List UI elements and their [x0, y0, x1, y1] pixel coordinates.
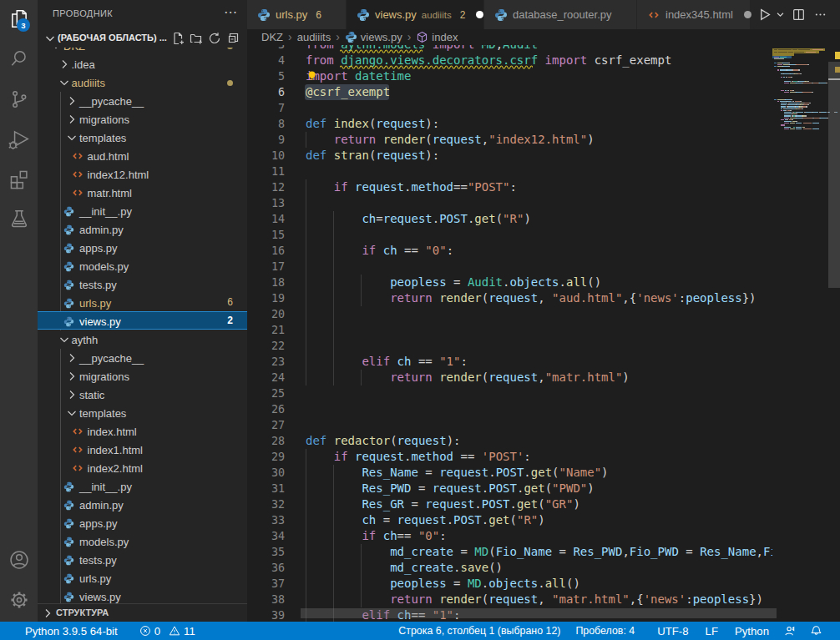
tree-item-label: templates	[79, 132, 126, 144]
tab-urls.py[interactable]: urls.py6	[247, 0, 347, 29]
tree-item-__pycache__[interactable]: __pycache__	[38, 349, 247, 367]
tree-item-audiiits[interactable]: audiiits	[38, 73, 247, 92]
tree-item-models.py[interactable]: models.py	[38, 532, 247, 551]
minimap-line	[798, 81, 804, 82]
tree-item-tests.py[interactable]: tests.py	[38, 551, 247, 569]
statusbar-indentation[interactable]: Пробелов: 4	[567, 625, 641, 637]
activity-explorer[interactable]: 3	[0, 0, 38, 38]
code-token: .	[433, 212, 439, 225]
tab-database_roouter.py[interactable]: database_roouter.py	[484, 0, 637, 29]
code-token: "PWD"	[552, 481, 587, 495]
code-token: ==	[460, 450, 474, 463]
bell-icon[interactable]	[803, 625, 822, 637]
html-file-icon	[71, 149, 84, 163]
tree-item-index1.html[interactable]: index1.html	[38, 441, 247, 459]
tree-item-index2.html[interactable]: index2.html	[38, 459, 247, 477]
run-dropdown-button[interactable]	[775, 5, 785, 23]
tree-item-templates[interactable]: templates	[38, 404, 247, 422]
tree-item-urls.py[interactable]: urls.py	[38, 569, 247, 587]
code-token	[326, 434, 333, 447]
statusbar-language-mode[interactable]: Python	[725, 625, 776, 637]
tab-views.py[interactable]: views.pyaudiiits2	[347, 0, 484, 29]
line-number: 38	[247, 592, 285, 607]
vertical-scrollbar-slider[interactable]	[828, 62, 840, 288]
minimap-line	[783, 77, 785, 78]
new-file-icon[interactable]	[171, 32, 185, 45]
html-angle-brackets	[71, 461, 84, 475]
statusbar-python-interpreter[interactable]: Python 3.9.5 64-bit	[18, 625, 124, 637]
breadcrumb-views.py[interactable]: views.py	[345, 31, 402, 43]
minimap-line	[774, 52, 777, 53]
more-actions-button[interactable]	[811, 5, 829, 23]
code-token	[433, 291, 439, 305]
tree-item-apps.py[interactable]: apps.py	[38, 514, 247, 532]
split-editor-button[interactable]	[789, 5, 807, 23]
tree-item-.idea[interactable]: .idea	[38, 55, 247, 73]
tree-item-__pycache__[interactable]: __pycache__	[38, 92, 247, 110]
statusbar-encoding[interactable]: UTF-8	[641, 625, 695, 637]
tree-item-models.py[interactable]: models.py	[38, 257, 247, 275]
tree-item-apps.py[interactable]: apps.py	[38, 239, 247, 257]
activity-search[interactable]	[0, 40, 38, 78]
code-token: stran	[334, 149, 369, 162]
statusbar-problems[interactable]: 0 11	[124, 625, 202, 637]
code-token: redactor	[334, 434, 390, 447]
tree-item-__init__.py[interactable]: __init__.py	[38, 477, 247, 496]
tree-item-migrations[interactable]: migrations	[38, 110, 247, 129]
views-and-more-actions-button[interactable]: ⋯	[220, 2, 241, 23]
tree-item-admin.py[interactable]: admin.py	[38, 220, 247, 239]
tree-item-index12.html[interactable]: index12.html	[38, 165, 247, 184]
activity-extensions[interactable]	[0, 160, 38, 199]
statusbar-cursor-position[interactable]: Строка 6, столбец 1 (выбрано 12)	[392, 625, 567, 637]
dirty-indicator-dot[interactable]	[476, 11, 483, 18]
minimap-line	[777, 64, 782, 65]
chevron-right-icon	[65, 113, 78, 126]
tree-item-views.py[interactable]: views.py2	[38, 311, 247, 330]
activity-run-and-debug[interactable]	[0, 120, 38, 159]
minimap-line	[806, 112, 812, 113]
tree-item-index.html[interactable]: index.html	[38, 422, 247, 441]
horizontal-scrollbar-slider[interactable]	[301, 608, 777, 618]
tree-item-static[interactable]: static	[38, 386, 247, 404]
activity-account[interactable]	[0, 541, 38, 579]
tree-item-migrations[interactable]: migrations	[38, 367, 247, 386]
tab-index345.html[interactable]: index345.html	[637, 0, 751, 29]
breadcrumb-audiiits[interactable]: audiiits	[297, 31, 331, 43]
minimap[interactable]	[772, 29, 827, 622]
code-token	[474, 450, 481, 463]
run-python-file-button[interactable]	[755, 5, 773, 23]
code-token: .	[503, 275, 509, 289]
tree-item-aud.html[interactable]: aud.html	[38, 147, 247, 165]
tree-item-__init__.py[interactable]: __init__.py	[38, 202, 247, 220]
vertical-scrollbar[interactable]	[828, 29, 840, 622]
collapse-all-icon[interactable]	[226, 32, 240, 45]
line-number-gutter: 3456789101112131415161718192021222324252…	[247, 29, 294, 622]
tree-item-urls.py[interactable]: urls.py6	[38, 294, 247, 312]
code-editor[interactable]: from aythh.models import MD,Auditfrom dj…	[247, 29, 840, 622]
tree-item-admin.py[interactable]: admin.py	[38, 496, 247, 514]
activity-source-control[interactable]	[0, 80, 38, 118]
code-token: request	[439, 466, 488, 479]
minimap-line	[796, 127, 802, 128]
tree-item-matr.html[interactable]: matr.html	[38, 184, 247, 202]
activity-settings[interactable]	[0, 581, 38, 619]
symbol-cube-icon	[416, 31, 428, 43]
breadcrumb-DKZ[interactable]: DKZ	[261, 31, 283, 43]
minimap-line	[788, 106, 794, 107]
tree-item-aythh[interactable]: aythh	[38, 330, 247, 349]
outline-section-header[interactable]: СТРУКТУРА	[38, 603, 247, 622]
refresh-icon[interactable]	[208, 32, 221, 45]
new-folder-icon[interactable]	[190, 32, 203, 45]
code-token: request	[488, 370, 538, 384]
code-token: =	[411, 497, 417, 511]
statusbar-eol[interactable]: LF	[696, 625, 725, 637]
tree-item-tests.py[interactable]: tests.py	[38, 275, 247, 294]
breadcrumb-index[interactable]: index	[416, 31, 458, 43]
workspace-section-header[interactable]: (РАБОЧАЯ ОБЛАСТЬ) ...	[38, 29, 247, 48]
minimap-line	[781, 77, 782, 78]
feedback-icon[interactable]	[776, 625, 803, 637]
lightbulb-icon[interactable]	[306, 70, 318, 85]
minimap-line	[792, 90, 794, 91]
tree-item-templates[interactable]: templates	[38, 129, 247, 147]
activity-testing[interactable]	[0, 200, 38, 239]
